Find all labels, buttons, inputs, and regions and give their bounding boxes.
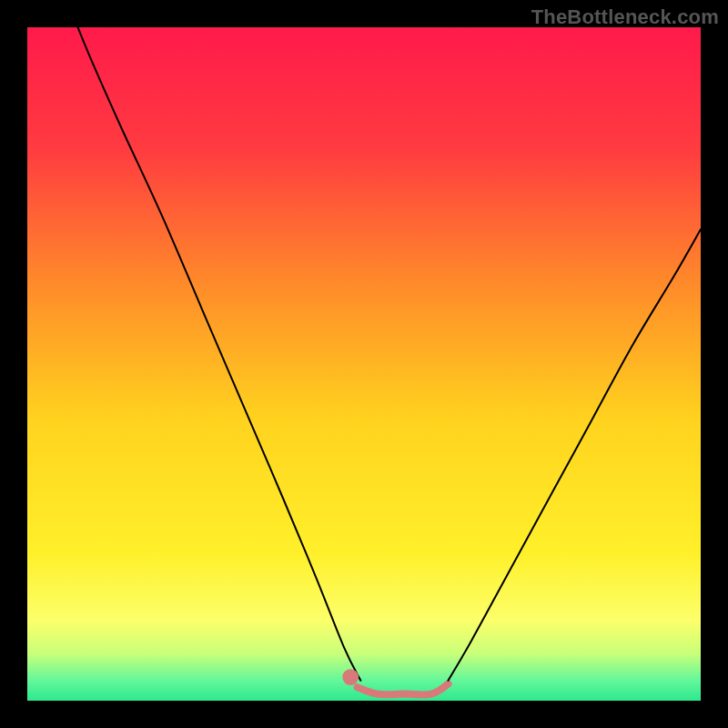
- valley-marker: [342, 669, 359, 685]
- series-right-branch: [449, 229, 702, 681]
- watermark-label: TheBottleneck.com: [531, 5, 719, 29]
- series-valley-floor: [358, 684, 449, 695]
- plot-frame: [27, 27, 701, 701]
- series-left-branch: [78, 27, 361, 681]
- bottleneck-curve-plot: [27, 27, 701, 701]
